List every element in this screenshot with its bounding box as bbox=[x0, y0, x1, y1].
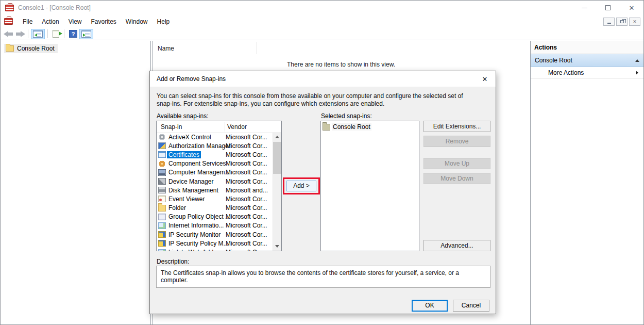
snapin-row[interactable]: Component ServicesMicrosoft Cor... bbox=[157, 159, 273, 168]
folder-icon bbox=[158, 205, 166, 212]
title-bar: Console1 - [Console Root] ✕ bbox=[1, 1, 643, 15]
dialog-title-bar[interactable]: Add or Remove Snap-ins bbox=[150, 71, 496, 87]
menu-help[interactable]: Help bbox=[152, 17, 175, 27]
tree-item-console-root[interactable]: Console Root bbox=[4, 44, 150, 53]
snapin-row[interactable]: IP Security MonitorMicrosoft Cor... bbox=[157, 230, 273, 239]
add-remove-snapins-dialog: Add or Remove Snap-ins ✕ You can select … bbox=[149, 71, 496, 314]
snapin-vendor: Microsoft Cor... bbox=[226, 231, 267, 238]
forward-button[interactable] bbox=[16, 31, 25, 37]
snapin-row[interactable]: Internet Informatio...Microsoft Cor... bbox=[157, 221, 273, 230]
move-down-button[interactable]: Move Down bbox=[423, 173, 490, 184]
help-button[interactable] bbox=[67, 28, 79, 39]
iis-icon bbox=[158, 222, 166, 229]
close-button[interactable]: ✕ bbox=[620, 1, 643, 15]
ok-button[interactable]: OK bbox=[412, 300, 448, 312]
snapin-row[interactable]: CertificatesMicrosoft Cor... bbox=[157, 150, 273, 159]
menu-view[interactable]: View bbox=[64, 17, 87, 27]
results-column-header: Name bbox=[152, 41, 530, 55]
available-list-header: Snap-in Vendor bbox=[157, 121, 281, 133]
description-label: Description: bbox=[157, 258, 189, 265]
scroll-down-button[interactable] bbox=[273, 242, 281, 251]
show-console-tree-button[interactable] bbox=[31, 29, 45, 39]
forward-icon bbox=[21, 31, 25, 37]
event-viewer-icon bbox=[158, 196, 166, 202]
snapin-vendor: Microsoft Cor... bbox=[226, 240, 267, 247]
scroll-down-icon bbox=[275, 245, 279, 248]
snapin-vendor: Microsoft Cor... bbox=[226, 134, 267, 141]
device-manager-icon bbox=[158, 178, 166, 185]
actions-group-console-root[interactable]: Console Root bbox=[531, 54, 643, 67]
dialog-intro-text: You can select snap-ins for this console… bbox=[157, 92, 472, 108]
scrollbar-thumb[interactable] bbox=[273, 142, 281, 174]
selected-snapins-label: Selected snap-ins: bbox=[321, 112, 372, 120]
toolbar-separator bbox=[28, 29, 28, 38]
snapin-vendor: Microsoft Cor... bbox=[226, 222, 267, 229]
dialog-close-button[interactable]: ✕ bbox=[480, 75, 489, 84]
snapin-row[interactable]: FolderMicrosoft Cor... bbox=[157, 204, 273, 213]
minimize-icon bbox=[607, 23, 611, 24]
snapin-row[interactable]: Link to Web Add...Microsoft C... bbox=[157, 248, 273, 251]
available-snapins-list[interactable]: Snap-in Vendor ActiveX ControlMicrosoft … bbox=[156, 121, 282, 251]
move-up-button[interactable]: Move Up bbox=[423, 158, 490, 169]
add-button[interactable]: Add > bbox=[286, 181, 316, 191]
close-icon: ✕ bbox=[482, 75, 488, 83]
scroll-up-button[interactable] bbox=[273, 133, 281, 141]
snapin-name: Link to Web Add... bbox=[167, 249, 220, 251]
toolbar-separator bbox=[64, 29, 64, 38]
mdi-minimize-button[interactable] bbox=[603, 18, 615, 26]
minimize-button[interactable] bbox=[572, 1, 596, 15]
snapin-row[interactable]: ActiveX ControlMicrosoft Cor... bbox=[157, 133, 273, 141]
snapin-row[interactable]: Event ViewerMicrosoft Cor... bbox=[157, 194, 273, 203]
column-name[interactable]: Name bbox=[158, 45, 174, 52]
console-window-icon[interactable] bbox=[4, 18, 13, 25]
snapin-row[interactable]: Computer Managem...Microsoft Cor... bbox=[157, 168, 273, 177]
snapin-row[interactable]: Group Policy Object ...Microsoft Cor... bbox=[157, 213, 273, 221]
show-console-tree-icon bbox=[33, 30, 43, 38]
column-vendor[interactable]: Vendor bbox=[227, 123, 247, 131]
column-divider[interactable] bbox=[257, 42, 257, 54]
snapin-row[interactable]: Authorization ManagerMicrosoft Cor... bbox=[157, 141, 273, 150]
column-divider[interactable] bbox=[225, 122, 225, 132]
cancel-button[interactable]: Cancel bbox=[453, 300, 489, 312]
toolbar bbox=[1, 28, 643, 40]
show-action-pane-icon bbox=[81, 30, 91, 38]
available-snapins-label: Available snap-ins: bbox=[157, 112, 209, 120]
mdi-window-controls bbox=[603, 18, 640, 26]
maximize-button[interactable] bbox=[596, 1, 620, 15]
advanced-button[interactable]: Advanced... bbox=[423, 240, 490, 251]
remove-button[interactable]: Remove bbox=[423, 136, 490, 147]
show-action-pane-button[interactable] bbox=[79, 29, 93, 39]
menu-window[interactable]: Window bbox=[121, 17, 152, 27]
snapin-name: IP Security Policy M... bbox=[167, 240, 230, 247]
snapin-row[interactable]: IP Security Policy M...Microsoft Cor... bbox=[157, 239, 273, 248]
computer-management-icon bbox=[158, 169, 166, 176]
edit-extensions-button[interactable]: Edit Extensions... bbox=[423, 121, 490, 132]
mdi-close-button[interactable] bbox=[629, 18, 640, 26]
back-icon bbox=[4, 31, 8, 37]
menu-favorites[interactable]: Favorites bbox=[87, 17, 121, 27]
snapin-name: Certificates bbox=[167, 151, 201, 158]
export-list-button[interactable] bbox=[50, 28, 61, 39]
disk-management-icon bbox=[158, 187, 166, 193]
scrollbar[interactable] bbox=[273, 133, 281, 251]
snapin-name: Folder bbox=[167, 204, 188, 212]
help-icon bbox=[69, 30, 77, 38]
collapse-icon[interactable] bbox=[635, 59, 639, 62]
snapin-row[interactable]: Device ManagerMicrosoft Cor... bbox=[157, 177, 273, 186]
back-button[interactable] bbox=[4, 31, 13, 37]
console-tree-pane: Console Root bbox=[1, 41, 150, 324]
mmc-app-icon bbox=[5, 5, 14, 11]
menu-action[interactable]: Action bbox=[37, 17, 63, 27]
actions-item-more-actions[interactable]: More Actions bbox=[531, 67, 643, 79]
selected-snapins-list[interactable]: Console Root bbox=[320, 121, 419, 251]
toolbar-separator bbox=[47, 29, 48, 38]
snapin-row[interactable]: Disk ManagementMicrosoft and... bbox=[157, 186, 273, 194]
ip-security-icon bbox=[158, 231, 166, 238]
selected-snapin-row[interactable]: Console Root bbox=[321, 121, 419, 131]
column-snapin[interactable]: Snap-in bbox=[161, 123, 182, 131]
actions-pane: Actions Console Root More Actions bbox=[530, 41, 643, 324]
mdi-restore-button[interactable] bbox=[616, 18, 628, 26]
snapin-vendor: Microsoft Cor... bbox=[226, 142, 267, 150]
menu-file[interactable]: File bbox=[18, 17, 37, 27]
snapin-vendor: Microsoft Cor... bbox=[226, 169, 267, 176]
